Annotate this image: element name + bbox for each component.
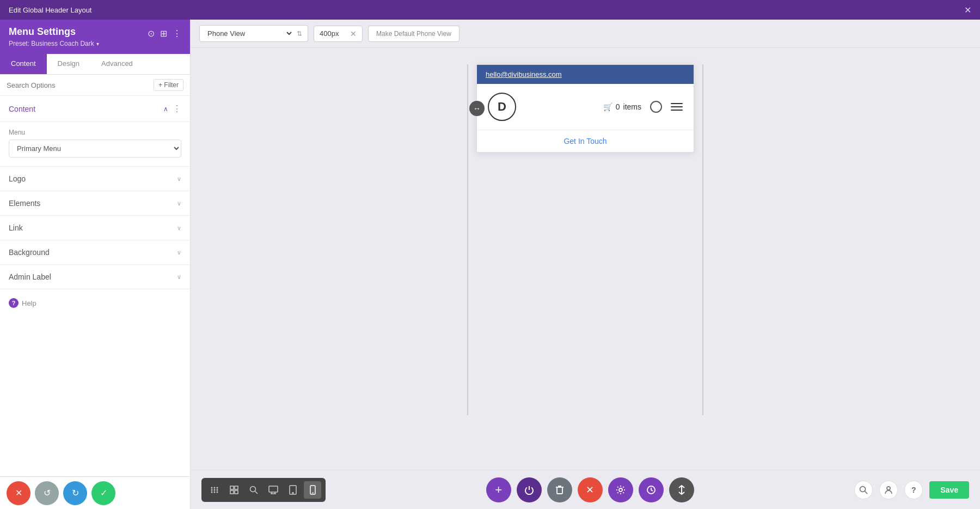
canvas-area: ↔ hello@divibusiness.com D 🛒 0 items [191, 48, 980, 470]
left-guide-line [467, 64, 468, 415]
undo-button[interactable]: ↺ [35, 481, 59, 505]
px-close-icon[interactable]: ✕ [350, 29, 357, 38]
history-button[interactable] [639, 477, 664, 502]
svg-rect-19 [290, 486, 296, 494]
view-select-wrapper: Phone View ⇅ [199, 25, 308, 42]
more-options-icon[interactable]: ⋮ [173, 28, 181, 39]
phone-preview: ↔ hello@divibusiness.com D 🛒 0 items [476, 64, 694, 153]
svg-point-26 [860, 486, 866, 492]
svg-point-23 [619, 488, 622, 492]
admin-label-section[interactable]: Admin Label ∨ [0, 265, 190, 289]
left-panel: Menu Settings Preset: Business Coach Dar… [0, 20, 191, 509]
tool-tablet[interactable] [284, 481, 302, 499]
trash-button[interactable] [547, 477, 572, 502]
px-input-wrapper: ✕ [314, 26, 363, 42]
redo-button[interactable]: ↻ [63, 481, 87, 505]
link-chevron-icon: ∨ [177, 225, 181, 232]
user-right-icon[interactable] [879, 481, 898, 499]
tool-phone[interactable] [304, 481, 321, 499]
logo-section[interactable]: Logo ∨ [0, 167, 190, 191]
logo-chevron-icon: ∨ [177, 175, 181, 183]
tab-content[interactable]: Content [0, 54, 47, 74]
svg-point-28 [887, 487, 890, 490]
menu-select[interactable]: Primary Menu Secondary Menu Footer Menu [9, 140, 181, 157]
help-right-icon[interactable]: ? [904, 481, 923, 499]
elements-chevron-icon: ∨ [177, 200, 181, 207]
cart-area: 🛒 0 items [603, 102, 641, 111]
save-button[interactable]: Save [929, 481, 969, 499]
svg-point-6 [217, 487, 218, 488]
content-collapse-icon[interactable]: ∧ [163, 105, 168, 113]
bottom-bar-left: ✕ ↺ ↻ ✓ [0, 476, 190, 509]
tab-advanced[interactable]: Advanced [90, 54, 144, 74]
cart-icon: 🛒 [603, 102, 612, 111]
view-select[interactable]: Phone View [205, 29, 293, 38]
header-main: D 🛒 0 items [477, 84, 694, 130]
cart-items-label: items [623, 102, 641, 111]
px-input[interactable] [320, 29, 347, 38]
svg-point-0 [211, 487, 213, 488]
background-section-title: Background [9, 248, 50, 257]
tool-grid[interactable] [225, 481, 243, 499]
content-section-header[interactable]: Content ∧ ⋮ [0, 96, 190, 122]
tool-menu-dots[interactable] [206, 481, 223, 499]
filter-button[interactable]: + Filter [154, 79, 183, 91]
add-button[interactable]: + [486, 477, 511, 502]
link-section-title: Link [9, 223, 23, 232]
admin-label-title: Admin Label [9, 272, 51, 281]
background-chevron-icon: ∨ [177, 249, 181, 256]
background-section[interactable]: Background ∨ [0, 240, 190, 265]
settings-icon[interactable]: ⊙ [148, 28, 155, 39]
bottom-center-btns: + ✕ [486, 477, 694, 502]
sort-button[interactable] [669, 477, 694, 502]
close-button[interactable]: ✕ [964, 5, 971, 15]
search-right-icon[interactable] [854, 481, 873, 499]
preset-chevron[interactable]: ▾ [96, 41, 99, 47]
content-section-body: Menu Primary Menu Secondary Menu Footer … [0, 122, 190, 167]
svg-line-14 [255, 491, 258, 494]
tool-search[interactable] [245, 481, 262, 499]
tab-design[interactable]: Design [47, 54, 90, 74]
bottom-right-tools: ? Save [854, 481, 969, 499]
menu-field-label: Menu [9, 129, 181, 136]
search-icon-btn[interactable] [650, 101, 662, 113]
view-select-arrows: ⇅ [297, 30, 302, 38]
confirm-button[interactable]: ✓ [91, 481, 115, 505]
search-input[interactable] [7, 81, 149, 89]
header-top-bar: hello@divibusiness.com [477, 65, 694, 84]
help-button[interactable]: ? Help [0, 289, 190, 317]
menu-lines-icon[interactable] [671, 103, 683, 111]
section-icons: ∧ ⋮ [163, 104, 181, 114]
settings-canvas-button[interactable] [608, 477, 633, 502]
svg-point-13 [250, 486, 256, 492]
title-bar: Edit Global Header Layout ✕ [0, 0, 980, 20]
power-button[interactable] [517, 477, 542, 502]
svg-line-27 [865, 491, 868, 494]
elements-section[interactable]: Elements ∨ [0, 191, 190, 216]
drag-handle[interactable]: ↔ [469, 101, 485, 116]
search-bar: + Filter [0, 75, 190, 96]
help-circle-icon: ? [9, 298, 19, 308]
svg-rect-9 [230, 486, 234, 489]
cancel-button[interactable]: ✕ [7, 481, 30, 505]
svg-rect-10 [235, 486, 238, 489]
email-link[interactable]: hello@divibusiness.com [486, 70, 562, 78]
svg-point-1 [211, 489, 213, 490]
panel-title: Menu Settings [9, 26, 99, 38]
svg-point-7 [217, 489, 218, 490]
preset-label: Preset: Business Coach Dark ▾ [9, 40, 99, 47]
logo-circle: D [488, 93, 516, 121]
content-section-title: Content [9, 105, 35, 113]
svg-rect-15 [269, 486, 278, 492]
make-default-button[interactable]: Make Default Phone View [368, 26, 460, 42]
columns-icon[interactable]: ⊞ [160, 28, 167, 39]
tool-desktop[interactable] [265, 481, 282, 499]
content-dots-icon[interactable]: ⋮ [173, 104, 181, 114]
get-in-touch-link[interactable]: Get In Touch [477, 130, 694, 152]
svg-rect-11 [230, 490, 234, 494]
panel-content: Content ∧ ⋮ Menu Primary Menu Secondary … [0, 96, 190, 476]
svg-point-2 [211, 491, 213, 493]
close-canvas-button[interactable]: ✕ [578, 477, 603, 502]
link-section[interactable]: Link ∨ [0, 216, 190, 240]
help-label: Help [22, 299, 36, 307]
